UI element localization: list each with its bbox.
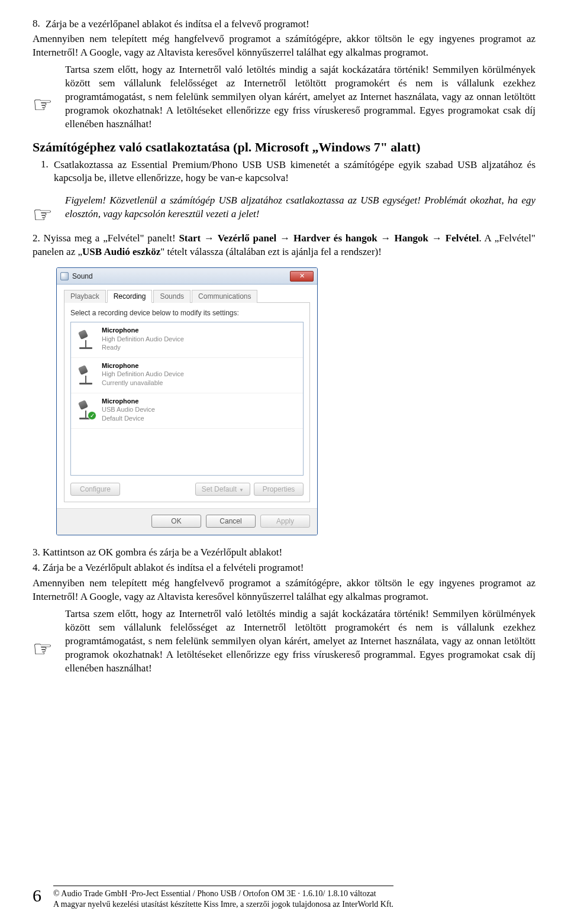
step-2-end: " tételt válassza (általában ezt is aján… [160, 246, 382, 257]
step-2: 2. Nyissa meg a „Felvétel" panelt! Start… [33, 232, 535, 259]
tab-recording[interactable]: Recording [107, 290, 153, 303]
dialog-body: Playback Recording Sounds Communications… [57, 285, 317, 508]
panel-buttons: Configure Set Default▼ Properties [70, 483, 304, 496]
device-text: Microphone High Definition Audio Device … [102, 361, 184, 387]
checkmark-badge-icon: ✓ [88, 411, 96, 420]
ok-button[interactable]: OK [151, 515, 201, 528]
tab-communications[interactable]: Communications [192, 290, 257, 303]
device-text: Microphone USB Audio Device Default Devi… [102, 397, 155, 422]
microphone-icon [76, 329, 96, 349]
warning-block: ☞ Figyelem! Közvetlenül a számítógép USB… [33, 189, 535, 226]
microphone-icon: ✓ [76, 399, 96, 419]
device-status: Default Device [102, 414, 155, 422]
titlebar-left: Sound [60, 272, 93, 280]
chevron-down-icon: ▼ [239, 487, 244, 493]
step-2-device: USB Audió eszköz [82, 246, 160, 257]
step-3: 3. Kattintson az OK gombra és zárja be a… [33, 546, 535, 560]
note-text-1: Tartsa szem előtt, hogy az Internetről v… [65, 63, 535, 131]
tab-sounds[interactable]: Sounds [153, 290, 191, 303]
pointing-hand-icon: ☞ [33, 93, 65, 116]
set-default-button[interactable]: Set Default▼ [195, 483, 250, 496]
footer-line-1: © Audio Trade GmbH ·Pro-Ject Essential /… [53, 889, 393, 899]
device-name: Microphone [102, 397, 155, 405]
device-status: Currently unavailable [102, 379, 184, 387]
window-title: Sound [72, 272, 93, 280]
footer-text: © Audio Trade GmbH ·Pro-Ject Essential /… [53, 886, 393, 910]
sound-dialog: Sound ✕ Playback Recording Sounds Commun… [56, 267, 318, 535]
page-number: 6 [33, 886, 41, 906]
section-heading: Számítógéphez való csatlakoztatása (pl. … [33, 140, 535, 155]
footer-separator [53, 886, 393, 886]
tab-strip: Playback Recording Sounds Communications [64, 289, 310, 303]
tab-playback[interactable]: Playback [64, 290, 106, 303]
pointing-hand-icon: ☞ [33, 203, 65, 226]
intro-paragraph-2: Amennyiben nem telepített még hangfelvev… [33, 577, 535, 604]
intro-paragraph-1: Amennyiben nem telepített még hangfelvev… [33, 33, 535, 60]
panel-description: Select a recording device below to modif… [70, 309, 304, 317]
step-1-text: Csatlakoztassa az Essential Premium/Phon… [54, 159, 535, 186]
device-item[interactable]: Microphone High Definition Audio Device … [71, 358, 303, 393]
step-8-text: Zárja be a vezérlőpanel ablakot és indít… [46, 18, 535, 31]
device-list[interactable]: Microphone High Definition Audio Device … [70, 322, 304, 476]
microphone-icon [76, 364, 96, 385]
speaker-icon [60, 272, 69, 280]
titlebar: Sound ✕ [57, 268, 317, 285]
device-status: Ready [102, 343, 184, 351]
dialog-footer: OK Cancel Apply [57, 508, 317, 535]
note-block-2: ☞ Tartsa szem előtt, hogy az Internetről… [33, 608, 535, 676]
step-1: 1. Csatlakoztassa az Essential Premium/P… [41, 159, 535, 186]
device-desc: High Definition Audio Device [102, 335, 184, 343]
cancel-button[interactable]: Cancel [206, 515, 256, 528]
close-button[interactable]: ✕ [290, 271, 314, 282]
device-desc: High Definition Audio Device [102, 370, 184, 378]
step-1-number: 1. [41, 159, 54, 186]
device-item[interactable]: ✓ Microphone USB Audio Device Default De… [71, 393, 303, 429]
device-desc: USB Audio Device [102, 405, 155, 413]
footer-line-2: A magyar nyelvű kezelési utasítást készí… [53, 899, 393, 910]
step-8-number: 8. [33, 18, 46, 31]
step-2-prefix: 2. Nyissa meg a „Felvétel" panelt! [33, 232, 179, 244]
apply-button[interactable]: Apply [260, 515, 310, 528]
device-name: Microphone [102, 326, 184, 334]
step-4: 4. Zárja be a Vezérlőpult ablakot és ind… [33, 561, 535, 575]
step-8: 8. Zárja be a vezérlőpanel ablakot és in… [33, 18, 535, 31]
tab-panel: Select a recording device below to modif… [64, 303, 310, 502]
warning-text: Figyelem! Közvetlenül a számítógép USB a… [65, 194, 535, 221]
pointing-hand-icon: ☞ [33, 638, 65, 660]
device-text: Microphone High Definition Audio Device … [102, 326, 184, 351]
properties-button[interactable]: Properties [254, 483, 304, 496]
step-2-path: Start → Vezérlő panel → Hardver és hango… [179, 232, 479, 244]
device-item[interactable]: Microphone High Definition Audio Device … [71, 322, 303, 358]
configure-button[interactable]: Configure [70, 483, 120, 496]
page-footer: 6 © Audio Trade GmbH ·Pro-Ject Essential… [33, 886, 535, 910]
note-block-1: ☞ Tartsa szem előtt, hogy az Internetről… [33, 63, 535, 131]
note-text-2: Tartsa szem előtt, hogy az Internetről v… [65, 608, 535, 676]
device-name: Microphone [102, 361, 184, 370]
